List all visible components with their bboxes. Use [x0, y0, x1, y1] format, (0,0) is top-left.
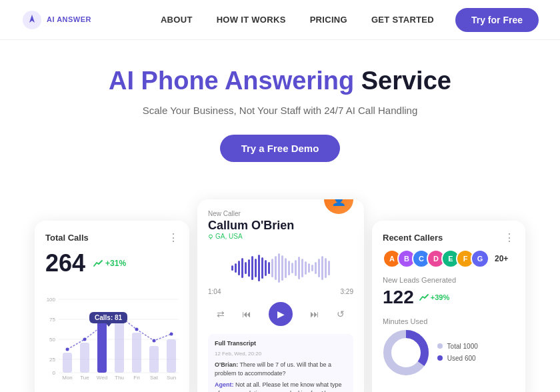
svg-rect-11 — [63, 353, 72, 373]
navbar: AI ANSWER ABOUT HOW IT WORKS PRICING GET… — [0, 0, 560, 40]
avatar-7: G — [471, 249, 489, 268]
total-dot — [437, 343, 443, 349]
card1-stat: +31% — [93, 259, 126, 268]
svg-text:Thu: Thu — [115, 375, 124, 381]
shuffle-icon[interactable]: ⇄ — [217, 309, 225, 319]
prev-icon[interactable]: ⏮ — [242, 309, 251, 319]
used-dot — [437, 355, 443, 361]
svg-text:100: 100 — [47, 297, 56, 303]
leads-number: 122 — [383, 287, 414, 308]
caller-card: New Caller Callum O'Brien GA, USA 👤 1:04… — [197, 199, 364, 392]
caller-avatar: 👤 — [324, 199, 353, 214]
recent-callers-card: Recent Callers ⋮ A B C D E F G 20+ New L… — [372, 221, 525, 392]
repeat-icon[interactable]: ↺ — [337, 309, 345, 319]
svg-text:Sun: Sun — [167, 375, 176, 381]
svg-text:25: 25 — [49, 357, 55, 363]
total-calls-card: Total Calls ⋮ 264 +31% Calls: 81 — [35, 221, 189, 392]
svg-rect-15 — [132, 333, 141, 373]
svg-text:Mon: Mon — [62, 375, 73, 381]
chart-svg: 100 75 50 25 0 — [45, 283, 179, 389]
leads-stat: +39% — [419, 293, 449, 301]
total-time: 3:29 — [341, 288, 353, 295]
play-button[interactable]: ▶ — [269, 302, 293, 326]
card1-number: 264 — [45, 249, 85, 277]
donut-row: Total 1000 Used 600 — [383, 329, 515, 376]
svg-text:50: 50 — [49, 337, 55, 343]
svg-text:Tue: Tue — [80, 375, 89, 381]
hero-title-colored: AI Phone Answering — [109, 67, 354, 95]
logo-icon — [21, 9, 43, 31]
card1-header: Total Calls ⋮ — [45, 231, 179, 244]
waveform — [208, 253, 353, 283]
card3-header: Recent Callers ⋮ — [383, 231, 515, 244]
transcript-date: 12 Feb, Wed, 20:20 — [215, 350, 347, 358]
caller-name: Callum O'Brien — [208, 219, 294, 233]
svg-point-20 — [101, 325, 104, 328]
svg-point-32 — [209, 235, 213, 238]
used-label: Used 600 — [437, 353, 478, 365]
new-caller-label: New Caller — [208, 210, 294, 217]
total-label: Total 1000 — [437, 341, 478, 353]
time-row: 1:04 3:29 — [208, 288, 353, 295]
svg-text:Fri: Fri — [133, 375, 140, 381]
plus-badge: 20+ — [495, 254, 508, 263]
caller-header: New Caller Callum O'Brien GA, USA 👤 — [208, 210, 353, 248]
svg-text:Wed: Wed — [97, 375, 107, 381]
transcript-box: Full Transcript 12 Feb, Wed, 20:20 O'Bri… — [208, 334, 353, 392]
transcript-line1: O'Brian: There will be 7 of us. Will tha… — [215, 361, 347, 379]
calls-tooltip: Calls: 81 — [89, 312, 127, 323]
minutes-section: Minutes Used Total 1000 Used — [383, 317, 515, 376]
audio-controls: ⇄ ⏮ ▶ ⏭ ↺ — [208, 302, 353, 326]
minutes-label: Minutes Used — [383, 317, 515, 325]
nav-how-it-works[interactable]: HOW IT WORKS — [217, 15, 286, 25]
transcript-title: Full Transcript — [215, 339, 347, 349]
hero-title-plain: Service — [354, 67, 451, 95]
cards-row: Total Calls ⋮ 264 +31% Calls: 81 — [0, 199, 560, 392]
card3-title: Recent Callers — [383, 233, 443, 243]
svg-point-36 — [394, 341, 418, 365]
card1-stats-row: 264 +31% — [45, 249, 179, 277]
logo: AI ANSWER — [21, 9, 91, 31]
hero-title: AI Phone Answering Service — [13, 67, 547, 95]
svg-rect-17 — [167, 339, 176, 373]
avatars-row: A B C D E F G 20+ — [383, 249, 515, 268]
svg-rect-16 — [149, 346, 159, 373]
card1-menu-icon[interactable]: ⋮ — [168, 231, 179, 244]
demo-button[interactable]: Try a Free Demo — [220, 135, 341, 162]
location-icon — [208, 234, 213, 239]
current-time: 1:04 — [208, 288, 221, 295]
next-icon[interactable]: ⏭ — [310, 309, 319, 319]
svg-text:0: 0 — [53, 370, 56, 376]
svg-point-23 — [153, 339, 156, 343]
donut-chart — [383, 329, 429, 376]
svg-point-18 — [66, 348, 69, 351]
card1-title: Total Calls — [45, 233, 89, 243]
donut-labels: Total 1000 Used 600 — [437, 341, 478, 365]
nav-links: ABOUT HOW IT WORKS PRICING GET STARTED — [161, 15, 434, 25]
caller-info: New Caller Callum O'Brien GA, USA — [208, 210, 294, 248]
svg-point-19 — [83, 338, 87, 341]
trend-up-icon — [93, 260, 103, 267]
svg-point-22 — [135, 328, 139, 331]
leads-row: 122 +39% — [383, 287, 515, 308]
transcript-line2: Agent: Not at all. Please let me know wh… — [215, 381, 347, 393]
svg-point-24 — [170, 333, 173, 336]
leads-section: New Leads Generated 122 +39% — [383, 276, 515, 308]
hero-subtitle: Scale Your Business, Not Your Staff with… — [13, 105, 547, 116]
nav-get-started[interactable]: GET STARTED — [371, 15, 434, 25]
nav-pricing[interactable]: PRICING — [310, 15, 347, 25]
try-free-button[interactable]: Try for Free — [455, 8, 539, 32]
hero-section: AI Phone Answering Service Scale Your Bu… — [0, 40, 560, 199]
logo-text: AI ANSWER — [47, 15, 91, 24]
caller-location: GA, USA — [208, 233, 294, 240]
svg-text:Sat: Sat — [150, 375, 159, 381]
svg-text:75: 75 — [49, 317, 55, 323]
chart-area: Calls: 81 100 75 50 25 0 — [45, 283, 179, 389]
leads-label: New Leads Generated — [383, 276, 515, 284]
svg-rect-12 — [80, 343, 89, 373]
leads-trend-icon — [419, 294, 429, 301]
nav-about[interactable]: ABOUT — [161, 15, 193, 25]
card3-menu-icon[interactable]: ⋮ — [504, 231, 515, 244]
